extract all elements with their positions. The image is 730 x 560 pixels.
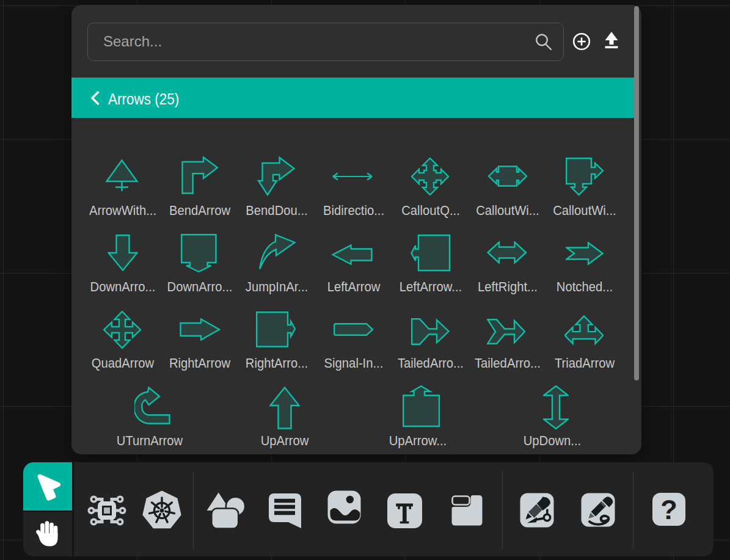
svg-text:?: ?: [660, 494, 677, 525]
